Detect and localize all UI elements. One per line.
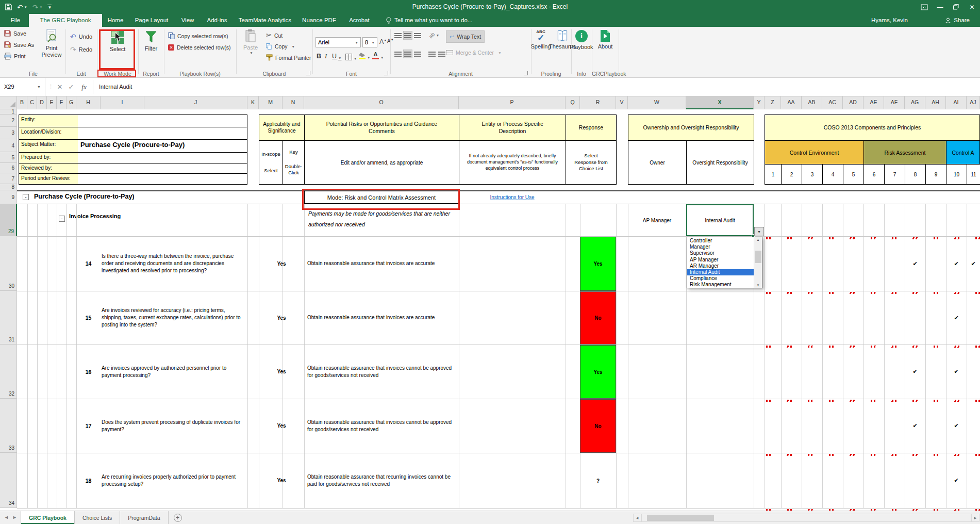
align-top-icon[interactable] bbox=[393, 31, 403, 40]
tab-add-ins[interactable]: Add-ins bbox=[201, 14, 233, 27]
header-coso[interactable]: COSO 2013 Components and Principles bbox=[765, 114, 980, 141]
guidance-text[interactable]: Obtain reasonable assurance that recurri… bbox=[307, 453, 456, 508]
row-header-30[interactable]: 30 bbox=[0, 236, 17, 291]
grow-font-button[interactable]: A▲ bbox=[379, 38, 387, 45]
column-header-H[interactable]: H bbox=[76, 96, 101, 109]
paste-button[interactable]: Paste▼ bbox=[240, 29, 261, 55]
column-header-I[interactable]: I bbox=[101, 96, 144, 109]
increase-indent-icon[interactable] bbox=[437, 50, 446, 58]
insert-function-icon[interactable]: fx bbox=[78, 78, 90, 96]
info-value-1[interactable] bbox=[78, 127, 247, 140]
header-entity-description[interactable]: Entity or Process Specific Description bbox=[459, 114, 566, 141]
italic-button[interactable]: I bbox=[325, 53, 327, 60]
column-header-R[interactable]: R bbox=[580, 96, 616, 109]
in-scope-value[interactable]: Yes bbox=[259, 399, 304, 453]
dropdown-item-supervisor[interactable]: Supervisor bbox=[687, 250, 754, 256]
header-entity-description-hint[interactable]: If not already adequately described, bri… bbox=[459, 140, 566, 185]
save-button[interactable]: Save bbox=[4, 30, 26, 37]
column-header-AJ[interactable]: AJ bbox=[967, 96, 980, 109]
header-risks-hint[interactable]: Edit and/or ammend, as appropriate bbox=[304, 140, 459, 185]
band-control-activities[interactable]: Control A bbox=[946, 140, 980, 165]
column-header-AE[interactable]: AE bbox=[863, 96, 884, 109]
scrollbar-thumb[interactable] bbox=[755, 251, 761, 263]
save-icon[interactable] bbox=[5, 4, 12, 10]
redo-button[interactable]: ↷Redo bbox=[70, 45, 92, 54]
cancel-entry-icon[interactable]: ✕ bbox=[55, 78, 65, 96]
scroll-up-icon[interactable]: ▲ bbox=[754, 238, 762, 241]
minimize-icon[interactable]: — bbox=[932, 0, 948, 14]
column-header-AG[interactable]: AG bbox=[905, 96, 925, 109]
header-in-scope[interactable]: In-scopeSelect bbox=[259, 140, 283, 185]
row-header-32[interactable]: 32 bbox=[0, 345, 17, 399]
playbook-button[interactable]: i Playbook bbox=[568, 30, 595, 51]
dropdown-item-ar-manager[interactable]: AR Manager bbox=[687, 263, 754, 269]
coso-principle-5[interactable]: 5 bbox=[843, 164, 864, 185]
confirm-entry-icon[interactable]: ✓ bbox=[66, 78, 76, 96]
guidance-text[interactable]: Obtain reasonable assurance that invoice… bbox=[307, 345, 456, 399]
tab-nuance-pdf[interactable]: Nuance PDF bbox=[297, 14, 341, 27]
wrap-text-button[interactable]: ↩Wrap Text bbox=[446, 30, 485, 43]
close-icon[interactable]: ✕ bbox=[964, 0, 980, 14]
print-preview-button[interactable]: Print Preview bbox=[38, 29, 65, 58]
undo-button[interactable]: ↶Undo bbox=[70, 32, 92, 41]
about-button[interactable]: About bbox=[593, 30, 618, 50]
align-left-icon[interactable] bbox=[393, 50, 403, 58]
header-applicability[interactable]: Applicability and Significance bbox=[259, 114, 305, 141]
response-cell[interactable]: ? bbox=[580, 453, 616, 508]
column-header-F[interactable]: F bbox=[57, 96, 67, 109]
question-text[interactable]: Are invoices reviewed for accuracy (i.e.… bbox=[102, 291, 246, 345]
column-header-M[interactable]: M bbox=[259, 96, 283, 109]
row-header-1[interactable]: 1 bbox=[0, 109, 17, 114]
row-header-3[interactable]: 3 bbox=[0, 127, 17, 139]
column-header-E[interactable]: E bbox=[47, 96, 57, 109]
dropdown-item-controller[interactable]: Controller bbox=[687, 238, 754, 244]
column-header-W[interactable]: W bbox=[628, 96, 686, 109]
align-right-icon[interactable] bbox=[413, 50, 422, 58]
row-header-2[interactable]: 2 bbox=[0, 114, 17, 127]
selected-cell-x29[interactable]: Internal Audit bbox=[686, 204, 754, 236]
bold-button[interactable]: B bbox=[317, 53, 321, 60]
guidance-text[interactable]: Obtain reasonable assurance that invoice… bbox=[307, 291, 456, 345]
scroll-down-icon[interactable]: ▼ bbox=[754, 284, 762, 287]
info-value-3[interactable] bbox=[78, 152, 247, 163]
align-middle-icon[interactable] bbox=[403, 31, 412, 40]
guidance-text[interactable]: Obtain reasonable assurance that invoice… bbox=[307, 399, 456, 453]
row-header-5[interactable]: 5 bbox=[0, 152, 17, 163]
font-name-combo[interactable]: Ariel▼ bbox=[315, 37, 361, 47]
column-header-D[interactable]: D bbox=[37, 96, 47, 109]
copy-button[interactable]: Copy▼ bbox=[266, 43, 295, 50]
dropdown-item-internal-audit[interactable]: Internal Audit bbox=[687, 269, 754, 275]
tab-file[interactable]: File bbox=[4, 14, 27, 27]
column-header-AD[interactable]: AD bbox=[843, 96, 863, 109]
question-text[interactable]: Is there a three-way match between the i… bbox=[102, 236, 246, 291]
save-as-button[interactable]: Save As bbox=[4, 41, 34, 48]
filter-button[interactable]: Filter bbox=[140, 30, 162, 52]
print-button[interactable]: Print bbox=[4, 53, 26, 60]
column-header-G[interactable]: G bbox=[67, 96, 76, 109]
align-bottom-icon[interactable] bbox=[413, 31, 422, 40]
band-control-environment[interactable]: Control Environment bbox=[765, 140, 864, 165]
customize-qat-icon[interactable]: ▼ bbox=[47, 5, 52, 10]
question-text[interactable]: Are recurring invoices properly authoriz… bbox=[102, 453, 246, 508]
info-value-5[interactable] bbox=[78, 173, 247, 185]
hscroll-left-icon[interactable]: ◄ bbox=[633, 514, 641, 522]
header-response-hint[interactable]: Select Response from Choice List bbox=[566, 140, 617, 185]
coso-principle-7[interactable]: 7 bbox=[884, 164, 905, 185]
coso-principle-4[interactable]: 4 bbox=[822, 164, 843, 185]
delete-selected-rows-button[interactable]: ✕Delete selected row(s) bbox=[168, 44, 230, 51]
align-center-icon[interactable] bbox=[403, 50, 412, 58]
column-header-J[interactable]: J bbox=[144, 96, 247, 109]
response-cell[interactable]: Yes bbox=[580, 345, 616, 399]
validation-dropdown-button[interactable]: ▼ bbox=[754, 227, 764, 236]
row-header-29[interactable]: 29 bbox=[0, 204, 17, 236]
hscroll-right-icon[interactable]: ► bbox=[971, 514, 979, 522]
question-text[interactable]: Does the system prevent processing of du… bbox=[102, 399, 246, 453]
column-header-K[interactable]: K bbox=[247, 96, 259, 109]
response-cell[interactable]: Yes bbox=[580, 237, 616, 291]
copy-selected-rows-button[interactable]: Copy selected row(s) bbox=[168, 32, 228, 40]
formula-input[interactable]: Internal Audit bbox=[99, 78, 132, 96]
tab-teammate-analytics[interactable]: TeamMate Analytics bbox=[233, 14, 297, 27]
horizontal-scrollbar-thumb[interactable] bbox=[647, 515, 714, 521]
tab-home[interactable]: Home bbox=[102, 14, 129, 27]
header-response[interactable]: Response bbox=[566, 114, 617, 141]
